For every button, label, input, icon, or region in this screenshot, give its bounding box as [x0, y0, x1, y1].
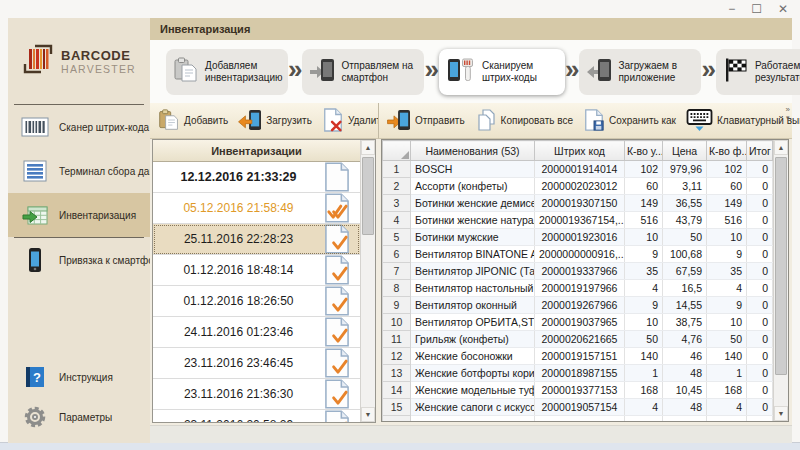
table-row[interactable]: 15 Женские сапоги с искусств... 20000190…	[383, 399, 773, 416]
workflow-step-work-with-result[interactable]: Работаем с результатом	[716, 49, 800, 95]
inventory-list-item[interactable]: 23.11.2016 23:46:45	[153, 348, 360, 379]
row-number-cell: 5	[383, 229, 411, 246]
qty-actual-cell: 168	[707, 382, 747, 399]
phone-download-icon	[586, 58, 612, 86]
workflow-step-label: Загружаем в приложение	[618, 60, 694, 84]
sidebar-item-parameters[interactable]: Параметры	[8, 397, 150, 437]
scrollbar-thumb[interactable]	[362, 157, 374, 235]
inventory-list-item[interactable]: 23.11.2016 21:36:30	[153, 379, 360, 410]
name-cell: BOSCH	[411, 161, 535, 178]
scroll-up-icon[interactable]: ▲	[361, 140, 375, 155]
table-row[interactable]: 3 Ботинки женские демисезон... 200001930…	[383, 195, 773, 212]
qty-actual-cell: 1	[707, 365, 747, 382]
chevron-right-icon: »	[288, 56, 302, 82]
maximize-icon[interactable]: ☐	[751, 1, 762, 17]
logo-text: BARCODE HARVESTER	[61, 48, 136, 75]
workflow-step-load-to-app[interactable]: Загружаем в приложение	[579, 49, 701, 95]
sidebar-item-barcode-scanner[interactable]: Сканер штрих-кода	[8, 105, 150, 149]
status-strip	[150, 425, 792, 443]
send-button[interactable]: Отправить	[383, 107, 469, 135]
scroll-down-icon[interactable]: ▼	[774, 406, 788, 421]
table-row[interactable]: 7 Вентилятор JIPONIC (Тайв.). 2000019337…	[383, 263, 773, 280]
select-all-corner[interactable]	[383, 141, 411, 161]
table-row[interactable]: 4 Ботинки женские натуральн... 200001936…	[383, 212, 773, 229]
inventory-scrollbar[interactable]: ▲ ▼	[360, 140, 375, 422]
minimize-icon[interactable]: −	[728, 1, 735, 17]
workflow-step-send-to-phone[interactable]: Отправляем на смартфон	[302, 49, 424, 95]
inventory-list-item[interactable]: 25.11.2016 22:28:23	[153, 224, 360, 255]
scrollbar-track[interactable]	[361, 155, 375, 407]
keyboard-output-button[interactable]: Клавиатурный вывод	[682, 106, 800, 136]
results-scrollbar[interactable]: ▲ ▼	[773, 140, 788, 421]
table-row[interactable]: 14 Женские модельные туфли 2000019377153…	[383, 382, 773, 399]
scrollbar-track[interactable]	[774, 155, 788, 406]
table-row[interactable]	[383, 416, 773, 422]
phone-send-icon	[387, 109, 411, 133]
name-cell: Грильяж (конфеты)	[411, 331, 535, 348]
barcode-cell: 2000019157151	[535, 348, 625, 365]
column-header-total[interactable]: Итог	[747, 141, 773, 161]
workflow-step-add-inventory[interactable]: Добавляем инвентаризацию	[166, 49, 288, 95]
toolbar-overflow-icon[interactable]: » ▾	[786, 106, 790, 121]
inventory-toolbar: Добавить Загрузить	[150, 103, 378, 139]
document-status-icon	[324, 317, 352, 347]
price-cell: 43,79	[663, 212, 707, 229]
phone-load-icon	[238, 109, 262, 133]
add-button[interactable]: Добавить	[154, 106, 232, 136]
column-header-qty-expected[interactable]: К-во у...	[625, 141, 663, 161]
sidebar-item-data-terminal[interactable]: Терминал сбора данных	[8, 149, 150, 193]
table-row[interactable]: 5 Ботинки мужские 2000001923016 10 50 10…	[383, 229, 773, 246]
table-row[interactable]: 9 Вентилятор оконный 2000019267966 9 14,…	[383, 297, 773, 314]
table-row[interactable]: 8 Вентилятор настольный 2000019197966 4 …	[383, 280, 773, 297]
sidebar-item-label: Сканер штрих-кода	[59, 122, 149, 133]
column-header-qty-actual[interactable]: К-во ф...	[707, 141, 747, 161]
scrollbar-thumb[interactable]	[775, 157, 787, 375]
inventory-list-item[interactable]: 12.12.2016 21:33:29	[153, 162, 360, 193]
qty-actual-cell: 149	[707, 195, 747, 212]
sidebar-item-inventory[interactable]: Инвентаризация	[8, 193, 150, 237]
close-icon[interactable]: ✕	[778, 1, 788, 17]
document-status-icon	[324, 255, 352, 285]
total-cell: 0	[747, 365, 773, 382]
barcode-cell: 2000000000916,...	[535, 246, 625, 263]
save-as-icon	[583, 109, 605, 133]
clipboard-icon	[158, 108, 180, 134]
results-table-body: 1 BOSCH 2000001914014 102 979,96 102 0 2…	[383, 161, 773, 422]
save-as-button[interactable]: Сохранить как	[579, 107, 680, 135]
inventory-list-item[interactable]: 23.11.2016 20:58:29	[153, 410, 360, 422]
qty-actual-cell	[707, 416, 747, 422]
table-row[interactable]: 12 Женские босоножки 2000019157151 140 4…	[383, 348, 773, 365]
row-number-cell: 6	[383, 246, 411, 263]
load-button[interactable]: Загрузить	[234, 107, 316, 135]
table-row[interactable]: 13 Женские ботфорты коричне... 200001898…	[383, 365, 773, 382]
total-cell: 0	[747, 314, 773, 331]
table-row[interactable]: 2 Ассорти (конфеты) 2000002023012 60 3,1…	[383, 178, 773, 195]
name-cell	[411, 416, 535, 422]
inventory-list-item[interactable]: 01.12.2016 18:48:14	[153, 255, 360, 286]
column-header-name[interactable]: Наименования (53)	[411, 141, 535, 161]
column-header-barcode[interactable]: Штрих код	[535, 141, 625, 161]
price-cell: 14,55	[663, 297, 707, 314]
price-cell: 10,45	[663, 382, 707, 399]
total-cell: 0	[747, 297, 773, 314]
sidebar-item-instructions[interactable]: ? Инструкция	[8, 357, 150, 397]
barcode-cell: 2000019037965	[535, 314, 625, 331]
qty-expected-cell: 4	[625, 399, 663, 416]
table-row[interactable]: 1 BOSCH 2000001914014 102 979,96 102 0	[383, 161, 773, 178]
inventory-list-item[interactable]: 01.12.2016 18:26:50	[153, 286, 360, 317]
table-row[interactable]: 11 Грильяж (конфеты) 2000020621665 50 4,…	[383, 331, 773, 348]
inventory-list-item[interactable]: 24.11.2016 01:23:46	[153, 317, 360, 348]
table-row[interactable]: 6 Вентилятор BINATONE ALPI... 2000000000…	[383, 246, 773, 263]
load-button-label: Загрузить	[266, 115, 312, 126]
price-cell: 67,59	[663, 263, 707, 280]
name-cell: Вентилятор настольный	[411, 280, 535, 297]
sidebar-item-smartphone-binding[interactable]: Привязка к смартфону	[8, 238, 150, 282]
table-row[interactable]: 10 Вентилятор ОРБИТА,STERLI... 200001903…	[383, 314, 773, 331]
name-cell: Ботинки женские натуральн...	[411, 212, 535, 229]
scroll-down-icon[interactable]: ▼	[361, 407, 375, 422]
scroll-up-icon[interactable]: ▲	[774, 140, 788, 155]
workflow-step-scan-barcodes[interactable]: Сканируем штрих-коды	[439, 49, 565, 95]
copy-all-button[interactable]: Копировать все	[471, 107, 577, 135]
column-header-price[interactable]: Цена	[663, 141, 707, 161]
inventory-list-item[interactable]: 05.12.2016 21:58:49	[153, 193, 360, 224]
